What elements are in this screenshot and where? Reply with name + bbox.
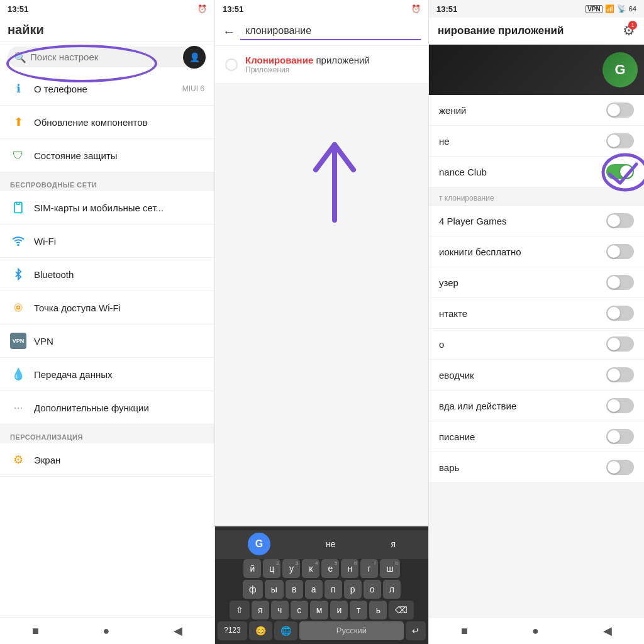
toggle-finance[interactable]	[606, 164, 634, 179]
shift-key[interactable]: ⇧	[230, 601, 250, 619]
right-panel: 13:51 VPN 📶 📡 64 нирование приложений ⚙ …	[429, 0, 644, 644]
key-o[interactable]: о	[364, 580, 381, 599]
search-result-clone[interactable]: Клонирование приложений Приложения	[215, 46, 428, 84]
settings-item-about[interactable]: ℹ О телефоне MIUI 6	[0, 72, 214, 106]
key-y[interactable]: й	[243, 559, 261, 578]
about-label: О телефоне	[34, 84, 87, 94]
key-f[interactable]: ф	[243, 580, 263, 599]
key-r[interactable]: р	[344, 580, 362, 599]
toolbar-word-1[interactable]: не	[326, 539, 336, 549]
nav-square-right[interactable]: ■	[461, 625, 468, 638]
toggle-1[interactable]	[606, 103, 634, 118]
right-title: нирование приложений	[438, 25, 564, 37]
middle-status-icons: ⏰	[411, 4, 421, 13]
data-icon: 💧	[10, 366, 26, 382]
settings-item-hotspot[interactable]: Точка доступа Wi-Fi	[0, 291, 214, 325]
key-y2[interactable]: ы	[265, 580, 284, 599]
clone-item-top-2[interactable]: не	[429, 126, 644, 157]
key-k[interactable]: к4	[302, 559, 319, 578]
signal-icon: 📶	[605, 4, 614, 13]
settings-item-bluetooth[interactable]: Bluetooth	[0, 258, 214, 291]
enter-key[interactable]: ↵	[406, 621, 426, 640]
right-nav-bar: ■ ● ◀	[429, 617, 644, 644]
nav-back[interactable]: ◀	[174, 624, 182, 638]
result-rest: приложений	[313, 55, 370, 65]
middle-status-bar: 13:51 ⏰	[215, 0, 428, 18]
app-logo: G	[602, 52, 638, 87]
settings-item-more[interactable]: ··· Дополнительные функции	[0, 391, 214, 425]
middle-search-input[interactable]	[240, 23, 421, 40]
toggle-translator[interactable]	[606, 367, 634, 382]
key-u[interactable]: у3	[282, 559, 300, 578]
toggle-truth[interactable]	[606, 398, 634, 413]
key-i[interactable]: и	[330, 601, 348, 619]
about-sub: MIUI 6	[182, 84, 204, 93]
clone-item-4player[interactable]: 4 Player Games	[429, 206, 644, 236]
toggle-dict[interactable]	[606, 460, 634, 475]
keyboard-row-1: й ц2 у3 к4 е5 н6 г7 ш8	[215, 559, 428, 578]
toggle-desc[interactable]	[606, 429, 634, 444]
search-input[interactable]	[8, 47, 207, 67]
settings-item-security[interactable]: 🛡 Состояние защиты	[0, 139, 214, 172]
emoji-key[interactable]: 😊	[249, 621, 272, 640]
key-v[interactable]: в	[286, 580, 303, 599]
key-l[interactable]: л	[383, 580, 401, 599]
key-sh[interactable]: ш8	[380, 559, 399, 578]
sim-label: SIM-карты и мобильные сет...	[34, 203, 164, 213]
toggle-o[interactable]	[606, 336, 634, 352]
toggle-audiobooks[interactable]	[606, 244, 634, 259]
nav-back-right[interactable]: ◀	[603, 624, 612, 638]
clone-item-truth[interactable]: вда или действие	[429, 391, 644, 421]
hotspot-icon	[10, 299, 26, 316]
key-ch[interactable]: ч	[271, 601, 289, 619]
clone-item-desc[interactable]: писание	[429, 421, 644, 452]
toolbar-word-2[interactable]: я	[391, 539, 396, 549]
clone-name-2: не	[439, 136, 600, 147]
globe-key[interactable]: 🌐	[274, 621, 297, 640]
toggle-2[interactable]	[606, 133, 634, 148]
svg-point-3	[14, 304, 22, 311]
key-a[interactable]: а	[305, 580, 323, 599]
num-key[interactable]: ?123	[218, 621, 247, 640]
clone-item-o[interactable]: о	[429, 329, 644, 360]
clone-item-audiobooks[interactable]: иокниги бесплатно	[429, 236, 644, 267]
result-title: Клонирование приложений	[245, 55, 418, 65]
toggle-browser[interactable]	[606, 275, 634, 290]
keyboard-row-3: ⇧ я ч с м и т ь ⌫	[215, 601, 428, 619]
key-e[interactable]: е5	[321, 559, 339, 578]
space-key[interactable]: Русский	[299, 621, 404, 640]
section-wireless: БЕСПРОВОДНЫЕ СЕТИ	[0, 172, 214, 191]
clone-item-browser[interactable]: узер	[429, 267, 644, 298]
clone-item-dict[interactable]: варь	[429, 452, 644, 483]
nav-square[interactable]: ■	[32, 625, 39, 638]
key-soft-sign[interactable]: ь	[369, 601, 387, 619]
key-ts[interactable]: ц2	[263, 559, 280, 578]
key-m[interactable]: м	[310, 601, 329, 619]
settings-item-update[interactable]: ⬆ Обновление компонентов	[0, 106, 214, 139]
key-g[interactable]: г7	[360, 559, 378, 578]
clone-item-vk[interactable]: нтакте	[429, 298, 644, 329]
clone-item-top-1[interactable]: жений	[429, 95, 644, 126]
settings-item-wifi[interactable]: Wi-Fi	[0, 225, 214, 258]
key-p[interactable]: п	[325, 580, 342, 599]
middle-header: ←	[215, 18, 428, 46]
settings-item-screen[interactable]: ⚙ Экран	[0, 443, 214, 477]
keyboard: G не я й ц2 у3 к4 е5 н6 г7 ш8 ф ы в а п …	[215, 526, 428, 644]
clone-item-finance[interactable]: nance Club	[429, 157, 644, 187]
settings-item-vpn[interactable]: VPN VPN	[0, 325, 214, 358]
settings-item-data[interactable]: 💧 Передача данных	[0, 358, 214, 391]
back-arrow-icon[interactable]: ←	[223, 25, 235, 39]
settings-item-sim[interactable]: SIM-карты и мобильные сет...	[0, 191, 214, 225]
key-n[interactable]: н6	[341, 559, 358, 578]
left-panel: 13:51 ⏰ найки 🔍 👤 ℹ О телефоне MIUI 6 ⬆ …	[0, 0, 215, 644]
key-s[interactable]: с	[291, 601, 308, 619]
nav-circle-right[interactable]: ●	[532, 625, 539, 638]
key-t[interactable]: т	[350, 601, 367, 619]
nav-circle[interactable]: ●	[103, 625, 110, 638]
toggle-4player[interactable]	[606, 213, 634, 228]
backspace-key[interactable]: ⌫	[389, 601, 414, 619]
key-ya[interactable]: я	[252, 601, 269, 619]
clone-item-translator[interactable]: еводчик	[429, 360, 644, 391]
toggle-vk[interactable]	[606, 306, 634, 321]
hotspot-label: Точка доступа Wi-Fi	[34, 303, 121, 313]
